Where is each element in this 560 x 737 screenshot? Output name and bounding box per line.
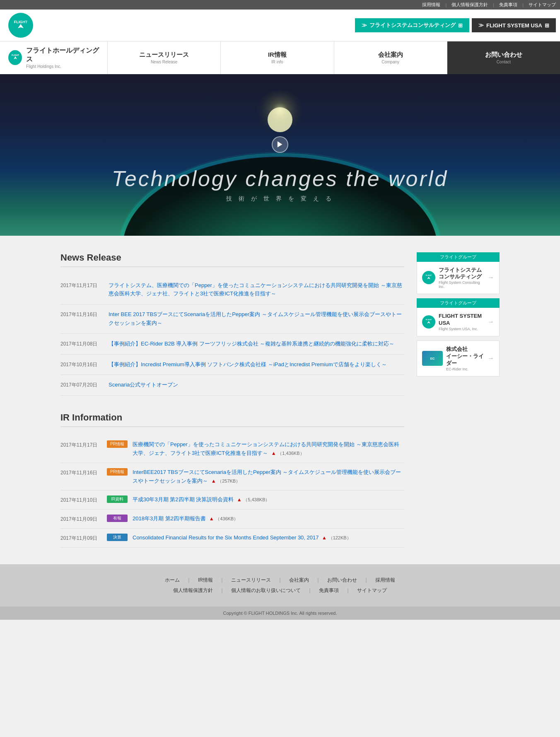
pdf-icon: ▲ — [322, 535, 327, 541]
footer-link-recruit[interactable]: 採用情報 — [375, 577, 395, 584]
ir-date: 2017年11月10日 — [60, 495, 102, 504]
footer-link-home[interactable]: ホーム — [165, 577, 180, 584]
consulting-label: フライトシステムコンサルティング — [369, 22, 456, 29]
pdf-icon: ▲ — [271, 450, 276, 456]
ec-rider-logo: EC — [422, 351, 443, 366]
sidebar-group-label: フライトグループ — [417, 252, 500, 262]
footer-link-company[interactable]: 会社案内 — [289, 577, 309, 584]
footer-link-privacy-policy[interactable]: 個人情報保護方針 — [173, 587, 213, 594]
nav-logo[interactable]: FLIGHT フライトホールディングス Flight Holdings Inc. — [0, 41, 108, 74]
topbar-link-recruit[interactable]: 採用情報 — [422, 2, 440, 8]
list-item: 2017年10月16日 【事例紹介】Incredist Premium導入事例 … — [60, 355, 404, 375]
header-buttons: ≫ フライトシステムコンサルティング ⊞ ≫ FLIGHT SYSTEM USA… — [355, 18, 560, 32]
nav-item-contact[interactable]: お問い合わせ Contact — [447, 41, 560, 74]
news-link[interactable]: Inter BEE 2017 TBSブースにてScenariaを活用したPepp… — [109, 310, 404, 328]
ir-size: （257KB） — [217, 478, 240, 483]
nav-item-ir[interactable]: IR情報 IR info — [221, 41, 334, 74]
news-date: 2017年10月16日 — [60, 360, 102, 368]
ir-content: InterBEE2017 TBSブースにてScenariaを活用したPepper… — [133, 468, 404, 486]
news-date: 2017年07月20日 — [60, 381, 102, 389]
footer-link-contact[interactable]: お問い合わせ — [327, 577, 357, 584]
consulting-button[interactable]: ≫ フライトシステムコンサルティング ⊞ — [355, 18, 469, 32]
ir-list: 2017年11月17日 PR情報 医療機関での「Pepper」を使ったコミュニケ… — [60, 435, 404, 548]
news-date: 2017年11月17日 — [60, 281, 102, 289]
usa-chevron-icon: ≫ — [478, 22, 484, 29]
nav-contact-label-en: Contact — [497, 60, 511, 64]
svg-text:FLIGHT: FLIGHT — [426, 319, 432, 321]
footer-link-disclaimer[interactable]: 免責事項 — [319, 587, 339, 594]
footer-links-row1: ホーム ｜ IR情報 ｜ ニュースリリース ｜ 会社案内 ｜ お問い合わせ ｜ … — [8, 577, 552, 584]
footer-links-row2: 個人情報保護方針 ｜ 個人情報のお取り扱いについて ｜ 免責事項 ｜ サイトマッ… — [8, 587, 552, 594]
usa-button[interactable]: ≫ FLIGHT SYSTEM USA ⊞ — [472, 18, 556, 32]
news-date: 2017年11月16日 — [60, 310, 102, 318]
ir-badge-pr: PR情報 — [107, 468, 128, 476]
news-link[interactable]: フライトシステム、医療機関での「Pepper」を使ったコミュニケーションシステム… — [109, 281, 404, 299]
footer-link-privacy-handling[interactable]: 個人情報のお取り扱いについて — [231, 587, 301, 594]
sidebar-arrow-icon: → — [488, 318, 494, 326]
ir-badge-yuho: 有報 — [107, 515, 128, 522]
site-header: FLIGHT ≫ フライトシステムコンサルティング ⊞ ≫ FLIGHT SYS… — [0, 10, 560, 41]
consulting-chevron-icon: ≫ — [362, 22, 367, 29]
ir-section-title: IR Information — [60, 412, 404, 427]
ir-content: 平成30年3月期 第2四半期 決算説明会資料 ▲ （5,438KB） — [133, 495, 404, 504]
pdf-icon: ▲ — [211, 478, 216, 484]
sidebar-logo-usa: FLIGHT — [422, 315, 435, 329]
sidebar-consulting-en: Flight System Consulting Inc. — [439, 280, 484, 289]
ir-link[interactable]: 医療機関での「Pepper」を使ったコミュニケーションシステムにおける共同研究開… — [133, 441, 399, 456]
hero-section: ▶ Technology changes the world 技 術 が 世 界… — [0, 74, 560, 236]
header-logo-area: FLIGHT — [0, 10, 41, 41]
sidebar-ec-name: 株式会社イーシー・ライダー — [446, 346, 484, 367]
main-content-wrapper: News Release 2017年11月17日 フライトシステム、医療機関での… — [52, 236, 508, 564]
sidebar: フライトグループ FLIGHT フライトシステムコンサルティング Flight … — [417, 252, 500, 548]
ir-date: 2017年11月17日 — [60, 440, 102, 449]
news-date: 2017年11月08日 — [60, 340, 102, 348]
svg-text:FLIGHT: FLIGHT — [11, 54, 19, 56]
ir-link[interactable]: InterBEE2017 TBSブースにてScenariaを活用したPepper… — [133, 469, 401, 484]
sidebar-card-usa[interactable]: FLIGHT FLIGHT SYSTEM USA Flight System U… — [417, 308, 500, 336]
footer-copyright: Copyright © FLIGHT HOLDINGS Inc. All rig… — [0, 607, 560, 620]
topbar-link-privacy[interactable]: 個人情報保護方針 — [451, 2, 488, 8]
list-item: 2017年11月09日 有報 2018年3月期 第2四半期報告書 ▲ （436K… — [60, 510, 404, 529]
ir-link[interactable]: 平成30年3月期 第2四半期 決算説明会資料 — [133, 496, 234, 503]
pdf-icon: ▲ — [209, 516, 214, 522]
pdf-icon: ▲ — [237, 497, 242, 503]
topbar-link-disclaimer[interactable]: 免責事項 — [499, 2, 517, 8]
nav-company-name-ja: フライトホールディングス — [26, 46, 99, 64]
sidebar-arrow-icon: → — [488, 274, 494, 281]
content-left: News Release 2017年11月17日 フライトシステム、医療機関での… — [60, 252, 404, 548]
nav-items-container: ニュースリリース News Release IR情報 IR info 会社案内 … — [108, 41, 560, 74]
news-link[interactable]: 【事例紹介】EC-Rider B2B 導入事例 フーツフリッジ株式会社 ～複雑な… — [109, 340, 394, 348]
hero-title: Technology changes the world — [0, 166, 560, 191]
sidebar-group-ec: EC 株式会社イーシー・ライダー EC-Rider Inc. → — [417, 341, 500, 377]
sidebar-card-consulting[interactable]: FLIGHT フライトシステムコンサルティング Flight System Co… — [417, 262, 500, 295]
ir-content: 2018年3月期 第2四半期報告書 ▲ （436KB） — [133, 515, 404, 523]
footer-link-news[interactable]: ニュースリリース — [231, 577, 271, 584]
sidebar-arrow-icon: → — [488, 355, 494, 362]
nav-contact-label-ja: お問い合わせ — [485, 51, 522, 59]
footer-link-sitemap[interactable]: サイトマップ — [357, 587, 387, 594]
ir-link[interactable]: 2018年3月期 第2四半期報告書 — [133, 515, 206, 522]
nav-item-news[interactable]: ニュースリリース News Release — [108, 41, 221, 74]
list-item: 2017年11月17日 フライトシステム、医療機関での「Pepper」を使ったコ… — [60, 275, 404, 305]
copyright-text: Copyright © FLIGHT HOLDINGS Inc. All rig… — [223, 611, 337, 616]
main-navigation: FLIGHT フライトホールディングス Flight Holdings Inc.… — [0, 41, 560, 74]
ir-size: （122KB） — [328, 535, 351, 540]
list-item: 2017年11月16日 Inter BEE 2017 TBSブースにてScena… — [60, 304, 404, 334]
svg-point-8 — [268, 107, 292, 132]
news-link[interactable]: 【事例紹介】Incredist Premium導入事例 ソフトバンク株式会社様 … — [109, 360, 387, 369]
sidebar-group-usa: フライトグループ FLIGHT FLIGHT SYSTEM USA Flight… — [417, 298, 500, 336]
nav-news-label-ja: ニュースリリース — [139, 51, 189, 59]
usa-ext-icon: ⊞ — [545, 22, 549, 29]
ir-badge-kessan: 決算 — [107, 534, 128, 541]
ir-link[interactable]: Consolidated Financial Results for the S… — [133, 534, 319, 541]
nav-item-company[interactable]: 会社案内 Company — [334, 41, 447, 74]
footer-link-ir[interactable]: IR情報 — [198, 577, 213, 584]
list-item: 2017年11月09日 決算 Consolidated Financial Re… — [60, 529, 404, 548]
nav-company-label-en: Company — [381, 60, 399, 64]
sidebar-ec-en: EC-Rider Inc. — [446, 367, 484, 371]
news-link[interactable]: Scenaria公式サイトオープン — [109, 381, 178, 389]
sidebar-card-ec[interactable]: EC 株式会社イーシー・ライダー EC-Rider Inc. → — [417, 341, 500, 377]
main-area: News Release 2017年11月17日 フライトシステム、医療機関での… — [0, 236, 560, 564]
hero-play-icon[interactable]: ▶ — [272, 136, 288, 153]
topbar-link-sitemap[interactable]: サイトマップ — [529, 2, 556, 8]
